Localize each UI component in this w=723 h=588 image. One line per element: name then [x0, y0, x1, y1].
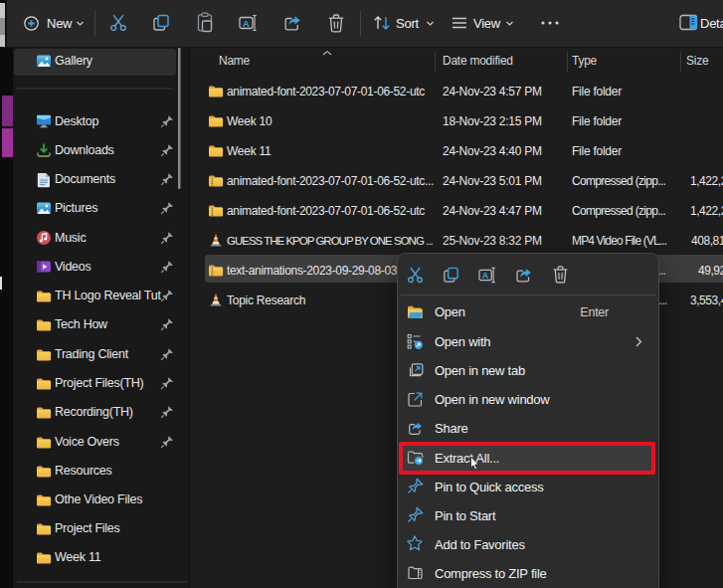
svg-text:A: A: [482, 271, 489, 281]
